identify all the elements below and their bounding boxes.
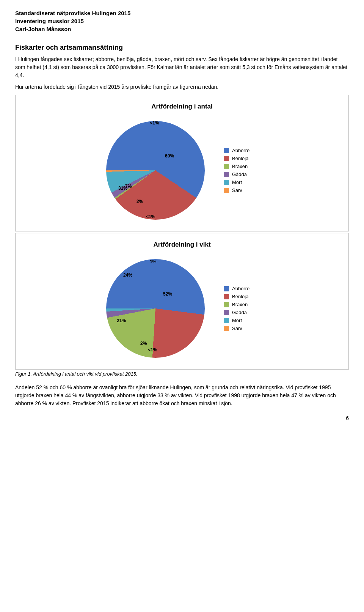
pie-vikt-label-abborre: 52% bbox=[163, 291, 172, 297]
paragraph-3: Andelen 52 % och 60 % abborre är ovanlig… bbox=[15, 384, 349, 407]
legend-label-abborre: Abborre bbox=[232, 148, 249, 153]
legend-color-sarv bbox=[224, 188, 229, 193]
legend-vikt-item-mort: Mört bbox=[224, 318, 262, 323]
legend-vikt-color-mort bbox=[224, 318, 229, 323]
legend-item-abborre: Abborre bbox=[224, 148, 262, 153]
legend-vikt-color-benloeja bbox=[224, 294, 229, 299]
figure-caption: Figur 1. Artfördelning i antal och vikt … bbox=[15, 371, 349, 377]
chart-antal-container: Artfördelning i antal 60% 31% 2% 7% <1% … bbox=[15, 95, 349, 231]
pie-vikt-label-mort: 1% bbox=[150, 259, 156, 264]
pie-label-mort: 7% bbox=[125, 184, 132, 189]
pie-label-abborre: 60% bbox=[165, 153, 174, 159]
legend-item-braxen: Braxen bbox=[224, 164, 262, 169]
legend-label-gaedda: Gädda bbox=[232, 171, 247, 177]
chart-vikt-area: 52% 24% 21% 2% 1% <1% Abborre Benlöja Br… bbox=[23, 255, 341, 362]
legend-vikt-item-sarv: Sarv bbox=[224, 326, 262, 331]
pie-vikt-label-braxen: 21% bbox=[117, 318, 126, 323]
chart-antal-legend: Abborre Benlöja Braxen Gädda Mört Sarv bbox=[224, 148, 262, 193]
legend-vikt-item-gaedda: Gädda bbox=[224, 310, 262, 315]
legend-color-gaedda bbox=[224, 172, 229, 177]
pie-label-gaedda: 2% bbox=[136, 199, 143, 204]
pie-vikt: 52% 24% 21% 2% 1% <1% bbox=[102, 255, 209, 362]
legend-color-abborre bbox=[224, 148, 229, 153]
legend-label-benloeja: Benlöja bbox=[232, 156, 248, 161]
legend-vikt-label-benloeja: Benlöja bbox=[232, 294, 248, 299]
legend-label-sarv: Sarv bbox=[232, 187, 242, 193]
pie-label-braxen-top: <1% bbox=[150, 120, 159, 126]
legend-vikt-item-braxen: Braxen bbox=[224, 302, 262, 307]
paragraph-2: Hur arterna fördelade sig i fångsten vid… bbox=[15, 83, 349, 91]
legend-color-benloeja bbox=[224, 156, 229, 161]
pie-vikt-label-sarv: <1% bbox=[148, 347, 157, 352]
paragraph-1: I Hulingen fångades sex fiskarter; abbor… bbox=[15, 55, 349, 79]
chart-vikt-container: Artfördelning i vikt 52% 24% 21% 2% 1% <… bbox=[15, 233, 349, 370]
chart-vikt-legend: Abborre Benlöja Braxen Gädda Mört Sarv bbox=[224, 286, 262, 331]
pie-label-sarv-bottom: <1% bbox=[146, 214, 155, 219]
legend-color-mort bbox=[224, 180, 229, 185]
legend-vikt-color-sarv bbox=[224, 326, 229, 331]
legend-vikt-label-mort: Mört bbox=[232, 318, 242, 323]
legend-item-gaedda: Gädda bbox=[224, 171, 262, 177]
legend-item-mort: Mört bbox=[224, 179, 262, 185]
pie-vikt-circle bbox=[106, 259, 205, 358]
pie-vikt-label-benloeja: 24% bbox=[123, 272, 132, 278]
legend-label-braxen: Braxen bbox=[232, 164, 248, 169]
legend-vikt-label-braxen: Braxen bbox=[232, 302, 248, 307]
section-title: Fiskarter och artsammansättning bbox=[15, 44, 349, 52]
legend-label-mort: Mört bbox=[232, 179, 242, 185]
legend-item-benloeja: Benlöja bbox=[224, 156, 262, 161]
legend-item-sarv: Sarv bbox=[224, 187, 262, 193]
header-title: Standardiserat nätprovfiske Hulingen 201… bbox=[15, 9, 349, 33]
legend-vikt-color-braxen bbox=[224, 302, 229, 307]
legend-vikt-item-benloeja: Benlöja bbox=[224, 294, 262, 299]
pie-antal: 60% 31% 2% 7% <1% <1% bbox=[102, 117, 209, 223]
document-header: Standardiserat nätprovfiske Hulingen 201… bbox=[15, 9, 349, 33]
chart-vikt-title: Artfördelning i vikt bbox=[23, 241, 341, 249]
pie-vikt-label-gaedda: 2% bbox=[140, 341, 147, 346]
legend-vikt-label-sarv: Sarv bbox=[232, 326, 242, 331]
legend-vikt-color-abborre bbox=[224, 286, 229, 291]
page-number: 6 bbox=[15, 415, 349, 421]
legend-color-braxen bbox=[224, 164, 229, 169]
legend-vikt-label-gaedda: Gädda bbox=[232, 310, 247, 315]
legend-vikt-color-gaedda bbox=[224, 310, 229, 315]
legend-vikt-item-abborre: Abborre bbox=[224, 286, 262, 291]
chart-antal-title: Artfördelning i antal bbox=[23, 103, 341, 110]
legend-vikt-label-abborre: Abborre bbox=[232, 286, 249, 291]
chart-antal-area: 60% 31% 2% 7% <1% <1% Abborre Benlöja Br… bbox=[23, 117, 341, 223]
